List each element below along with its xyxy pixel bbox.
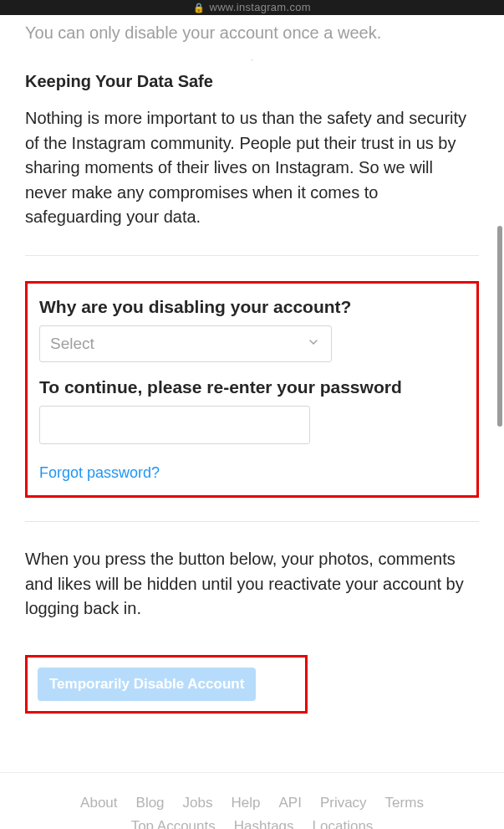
highlight-box-button: Temporarily Disable Account: [25, 655, 308, 714]
footer-row-2: Top Accounts Hashtags Locations: [0, 818, 504, 829]
reason-select[interactable]: Select: [39, 325, 332, 362]
reason-label: Why are you disabling your account?: [39, 297, 465, 317]
disable-account-button[interactable]: Temporarily Disable Account: [38, 668, 256, 701]
footer-link[interactable]: Hashtags: [234, 818, 294, 829]
data-safe-body: Nothing is more important to us than the…: [25, 106, 479, 230]
decorative-dot: ·: [25, 54, 479, 65]
intro-truncated-text: You can only disable your account once a…: [25, 22, 479, 43]
page-content: You can only disable your account once a…: [0, 15, 504, 772]
footer-row-1: About Blog Jobs Help API Privacy Terms: [0, 795, 504, 811]
scrollbar[interactable]: [497, 226, 502, 427]
footer-link[interactable]: Privacy: [320, 795, 367, 811]
url-text: www.instagram.com: [209, 1, 310, 13]
footer: About Blog Jobs Help API Privacy Terms T…: [0, 772, 504, 829]
section-title-data-safe: Keeping Your Data Safe: [25, 72, 479, 91]
footer-link[interactable]: About: [80, 795, 117, 811]
footer-link[interactable]: Jobs: [183, 795, 213, 811]
footer-link[interactable]: Locations: [313, 818, 374, 829]
reason-select-value: Select: [50, 335, 94, 353]
browser-url-bar: 🔒www.instagram.com: [0, 0, 504, 15]
footer-link[interactable]: Top Accounts: [131, 818, 216, 829]
footer-link[interactable]: Help: [232, 795, 261, 811]
reason-select-wrap: Select: [39, 325, 332, 362]
footer-link[interactable]: Blog: [136, 795, 165, 811]
divider: [25, 521, 479, 522]
footer-link[interactable]: API: [278, 795, 301, 811]
footer-link[interactable]: Terms: [385, 795, 424, 811]
password-label: To continue, please re-enter your passwo…: [39, 377, 465, 397]
password-input[interactable]: [39, 406, 310, 444]
highlight-box-form: Why are you disabling your account? Sele…: [25, 281, 479, 498]
forgot-password-link[interactable]: Forgot password?: [39, 464, 160, 481]
divider: [25, 255, 479, 256]
lock-icon: 🔒: [193, 0, 205, 15]
confirm-text: When you press the button below, your ph…: [25, 547, 479, 622]
